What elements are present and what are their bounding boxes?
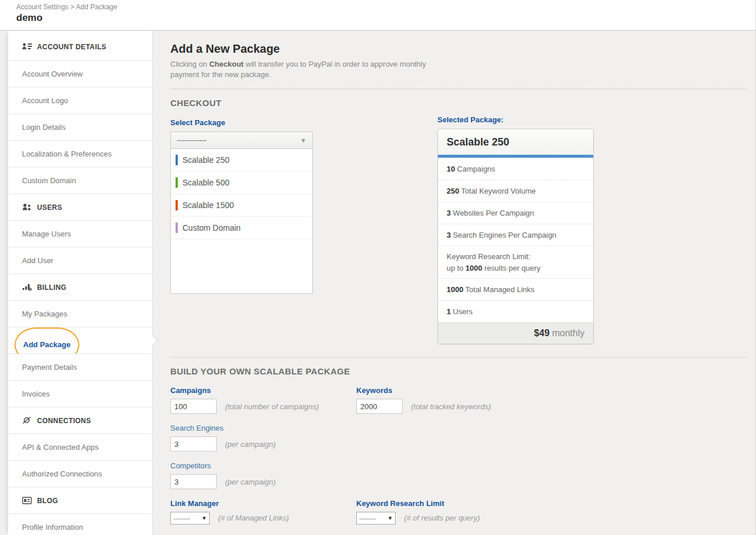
subtitle-pre: Clicking on xyxy=(170,60,209,68)
blog-icon xyxy=(22,489,32,514)
account-details-icon xyxy=(22,35,32,60)
link-manager-label: Link Manager xyxy=(170,499,356,508)
sidebar-item-label: Profile Information xyxy=(22,523,83,532)
selected-package-panel: Scalable 250 10 Campaigns 250 Total Keyw… xyxy=(437,129,594,344)
field-link-manager: Link Manager --------▼ (# of Managed Lin… xyxy=(170,499,356,525)
option-label: Scalable 500 xyxy=(182,178,229,187)
feature-value: 1000 xyxy=(447,285,463,294)
package-feature-search-engines: 3 Search Engines Per Campaign xyxy=(438,224,593,246)
account-name-title: demo xyxy=(16,12,42,24)
feature-line2-pre: up to xyxy=(447,264,466,272)
search-engines-label: Search Engines xyxy=(170,424,356,432)
keywords-input[interactable] xyxy=(356,399,403,414)
keyword-research-limit-hint: (# of results per query) xyxy=(404,514,480,522)
field-keyword-research-limit: Keyword Research Limit --------▼ (# of r… xyxy=(356,499,747,525)
package-feature-managed-links: 1000 Total Managed Links xyxy=(438,278,593,300)
breadcrumb[interactable]: Account Settings > Add Package xyxy=(16,3,117,11)
feature-value: 250 xyxy=(447,187,459,195)
field-search-engines: Search Engines (per campaign) xyxy=(170,424,356,452)
search-engines-input[interactable] xyxy=(170,436,217,452)
sidebar-item-custom-domain[interactable]: Custom Domain xyxy=(8,167,152,194)
search-engines-hint: (per campaign) xyxy=(225,440,275,449)
package-option-custom-domain[interactable]: Custom Domain xyxy=(171,217,312,239)
sidebar-item-label: Custom Domain xyxy=(22,176,76,185)
sidebar-item-invoices[interactable]: Invoices xyxy=(8,380,152,407)
main-content: Add a New Package Clicking on Checkout w… xyxy=(154,31,755,535)
competitors-label: Competitors xyxy=(170,461,356,470)
sidebar-item-my-packages[interactable]: My Packages xyxy=(8,300,152,327)
sidebar-item-api-connected-apps[interactable]: API & Connected Apps xyxy=(8,434,152,460)
price-period: monthly xyxy=(550,328,585,338)
active-item-highlight-oval: Add Package xyxy=(14,327,79,354)
feature-text: Total Managed Links xyxy=(463,285,535,294)
users-icon xyxy=(22,195,32,220)
sidebar-item-profile-information[interactable]: Profile Information xyxy=(8,514,152,535)
package-option-list: Scalable 250 Scalable 500 Scalable 1500 … xyxy=(170,149,313,294)
option-label: Scalable 250 xyxy=(182,155,229,165)
package-option-scalable-500[interactable]: Scalable 500 xyxy=(171,172,312,194)
sidebar-item-payment-details[interactable]: Payment Details xyxy=(8,354,152,380)
checkout-section-title: CHECKOUT xyxy=(170,98,747,108)
selected-package-label: Selected Package: xyxy=(437,115,594,124)
sidebar-item-label: Account Logo xyxy=(22,96,68,105)
selected-package-column: Selected Package: Scalable 250 10 Campai… xyxy=(437,115,594,344)
feature-text: Campaigns xyxy=(455,165,495,173)
keywords-hint: (total tracked keywords) xyxy=(411,402,491,411)
spacer xyxy=(356,452,747,489)
package-option-scalable-1500[interactable]: Scalable 1500 xyxy=(171,194,312,217)
sidebar-item-account-overview[interactable]: Account Overview xyxy=(8,60,152,87)
top-bar: Account Settings > Add Package demo xyxy=(0,0,755,31)
link-manager-hint: (# of Managed Links) xyxy=(218,514,288,522)
sidebar-item-add-user[interactable]: Add User xyxy=(8,247,152,274)
sidebar-item-add-package[interactable]: Add Package xyxy=(8,327,152,354)
connections-icon xyxy=(22,409,32,434)
sidebar-item-label: Account Overview xyxy=(22,70,83,78)
sidebar-item-localization-preferences[interactable]: Localization & Preferences xyxy=(8,140,152,167)
feature-text: Users xyxy=(451,307,473,316)
campaigns-hint: (total number of campaigns) xyxy=(225,402,319,411)
build-section-title: BUILD YOUR OWN SCALABLE PACKAGE xyxy=(170,366,747,376)
page-title: Add a New Package xyxy=(170,42,747,56)
competitors-hint: (per campaign) xyxy=(225,478,275,486)
feature-text: Search Engines Per Campaign xyxy=(451,231,556,239)
keyword-research-limit-select[interactable]: --------▼ xyxy=(356,512,396,525)
sidebar-item-label: Authorized Connections xyxy=(22,470,102,478)
field-competitors: Competitors (per campaign) xyxy=(170,461,356,489)
option-color-bar xyxy=(176,200,178,210)
sidebar-item-login-details[interactable]: Login Details xyxy=(8,114,152,140)
checkout-area: Select Package ------------ ▼ Scalable 2… xyxy=(170,108,747,357)
sidebar-item-manage-users[interactable]: Manage Users xyxy=(8,220,152,247)
sidebar-item-label: Payment Details xyxy=(22,363,77,372)
sidebar-section-label: USERS xyxy=(37,203,62,212)
link-manager-select[interactable]: --------▼ xyxy=(170,512,210,525)
package-name: Scalable 250 xyxy=(438,129,593,155)
option-color-bar xyxy=(176,223,178,233)
package-feature-keyword-volume: 250 Total Keyword Volume xyxy=(438,180,593,202)
sidebar-item-label: Login Details xyxy=(22,123,65,132)
select-value: -------- xyxy=(173,515,190,522)
sidebar-section-label: ACCOUNT DETAILS xyxy=(37,43,107,51)
campaigns-label: Campaigns xyxy=(170,386,356,395)
package-option-scalable-250[interactable]: Scalable 250 xyxy=(171,149,312,172)
spacer xyxy=(356,414,747,452)
option-color-bar xyxy=(176,155,178,165)
keywords-label: Keywords xyxy=(356,386,747,395)
chevron-down-icon: ▼ xyxy=(300,132,306,148)
chevron-down-icon: ▼ xyxy=(202,512,207,524)
feature-line1: Keyword Research Limit: xyxy=(447,252,531,261)
sidebar-section-billing: BILLING xyxy=(8,274,152,300)
option-label: Scalable 1500 xyxy=(182,201,234,210)
chevron-down-icon: ▼ xyxy=(388,512,393,524)
divider xyxy=(170,89,747,89)
sidebar-item-label: My Packages xyxy=(22,310,67,318)
package-feature-users: 1 Users xyxy=(438,300,593,322)
select-package-column: Select Package ------------ ▼ Scalable 2… xyxy=(170,118,313,294)
build-package-form: Campaigns (total number of campaigns) Ke… xyxy=(170,376,747,525)
sidebar-item-authorized-connections[interactable]: Authorized Connections xyxy=(8,460,152,487)
campaigns-input[interactable] xyxy=(170,399,217,414)
sidebar-item-account-logo[interactable]: Account Logo xyxy=(8,87,152,114)
package-select-dropdown[interactable]: ------------ ▼ xyxy=(170,132,313,149)
competitors-input[interactable] xyxy=(170,474,217,489)
package-feature-websites: 3 Websites Per Campaign xyxy=(438,202,593,224)
feature-text: Websites Per Campaign xyxy=(451,209,534,217)
